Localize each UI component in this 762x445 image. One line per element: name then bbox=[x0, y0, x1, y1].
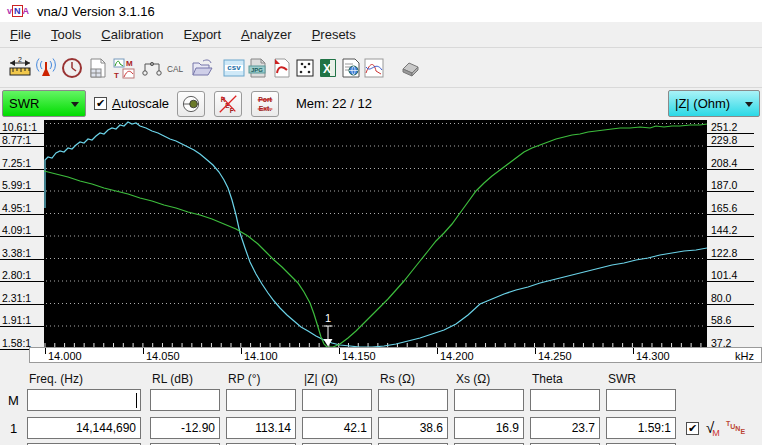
sample-points-icon[interactable] bbox=[293, 56, 317, 80]
left-axis-label: 4.09:1 bbox=[0, 224, 44, 237]
column-header: Freq. (Hz) bbox=[29, 372, 83, 386]
right-scale-value: |Z| (Ohm) bbox=[675, 96, 730, 111]
chart-plot-area[interactable]: 1 bbox=[44, 120, 707, 347]
marker-table: Freq. (Hz)RL (dB)RP (°)|Z| (Ω)Rs (Ω)Xs (… bbox=[0, 363, 762, 445]
column-header: |Z| (Ω) bbox=[304, 372, 338, 386]
x-axis-tick bbox=[633, 348, 634, 354]
x-axis-tick bbox=[535, 348, 536, 354]
export-excel-icon[interactable]: X bbox=[316, 56, 340, 80]
x-axis-tick bbox=[437, 348, 438, 354]
column-header: Xs (Ω) bbox=[456, 372, 490, 386]
left-axis-label: 2.31:1 bbox=[0, 292, 44, 305]
right-axis-label: 251.2 bbox=[707, 121, 754, 134]
export-jpg-icon[interactable]: JPG bbox=[246, 56, 270, 80]
marker-enabled-checkbox[interactable]: ✔ bbox=[686, 422, 699, 435]
frequency-range-icon[interactable]: 2 bbox=[8, 56, 32, 80]
marker-value-field: 14,144,690 bbox=[27, 417, 141, 439]
svg-text:T: T bbox=[114, 71, 119, 80]
marker-input-field[interactable] bbox=[606, 389, 676, 411]
chevron-down-icon bbox=[745, 102, 753, 111]
marker-input-field[interactable] bbox=[27, 389, 141, 411]
app-icon: vNA bbox=[7, 6, 29, 16]
port-extension-off-button[interactable]: PortExt. bbox=[251, 91, 279, 117]
marker-label: 1 bbox=[325, 312, 331, 324]
smith-chart-button[interactable] bbox=[177, 91, 205, 117]
marker-value-field: 113.14 bbox=[226, 417, 296, 439]
marker-input-field[interactable] bbox=[150, 389, 220, 411]
x-axis-tick bbox=[143, 348, 144, 354]
left-scale-select[interactable]: SWR bbox=[2, 90, 86, 117]
marker-value-field: 16.9 bbox=[454, 417, 524, 439]
left-axis-label: 3.38:1 bbox=[0, 247, 44, 260]
svg-text:X: X bbox=[323, 62, 331, 76]
left-axis-label: 7.25:1 bbox=[0, 157, 44, 170]
menu-item-presets[interactable]: Presets bbox=[302, 23, 366, 46]
window-title: vna/J Version 3.1.16 bbox=[37, 4, 155, 19]
marker-input-field[interactable] bbox=[530, 389, 600, 411]
schedule-clock-icon[interactable] bbox=[60, 56, 84, 80]
left-axis-label: 1.91:1 bbox=[0, 314, 44, 327]
tune-icon[interactable]: TUNE bbox=[726, 420, 745, 427]
swr-trace bbox=[44, 124, 707, 347]
title-bar: vNA vna/J Version 3.1.16 bbox=[0, 0, 762, 22]
right-axis-label: 80.0 bbox=[707, 292, 754, 305]
x-axis-unit: kHz bbox=[735, 350, 754, 362]
marker-1[interactable]: 1 bbox=[324, 312, 333, 347]
multi-tune-chart-icon[interactable]: MT bbox=[112, 56, 136, 80]
y-axis-right-z: 251.2229.8208.4187.0165.6144.2122.8101.4… bbox=[707, 120, 762, 347]
right-axis-label: 122.8 bbox=[707, 247, 754, 260]
marker-value-field: 23.7 bbox=[530, 417, 600, 439]
marker-input-field[interactable] bbox=[226, 389, 296, 411]
export-csv-icon[interactable]: csv bbox=[222, 56, 246, 80]
x-axis-tick bbox=[45, 348, 46, 354]
x-axis-strip: 14.00014.05014.10014.15014.20014.25014.3… bbox=[29, 347, 762, 363]
reference-off-button[interactable]: REF bbox=[214, 91, 242, 117]
marker-value-field: 1.59:1 bbox=[606, 417, 676, 439]
marker-input-field[interactable] bbox=[378, 389, 448, 411]
right-scale-select[interactable]: |Z| (Ohm) bbox=[668, 90, 760, 117]
toolbar: 2 MT CAL csv JPG X bbox=[0, 49, 762, 88]
calibration-icon[interactable]: CAL bbox=[163, 56, 189, 80]
svg-text:2: 2 bbox=[18, 56, 22, 63]
right-axis-label: 144.2 bbox=[707, 224, 754, 237]
right-axis-label: 187.0 bbox=[707, 179, 754, 192]
menu-item-file[interactable]: File bbox=[0, 23, 41, 46]
report-icon[interactable] bbox=[339, 56, 363, 80]
menu-item-tools[interactable]: Tools bbox=[41, 23, 91, 46]
menu-bar: FileToolsCalibrationExportAnalyzerPreset… bbox=[0, 22, 762, 48]
marker-input-field[interactable] bbox=[302, 389, 372, 411]
column-header: Rs (Ω) bbox=[380, 372, 415, 386]
x-axis-label: 14.050 bbox=[146, 350, 180, 362]
menu-item-analyzer[interactable]: Analyzer bbox=[231, 23, 302, 46]
clear-memory-icon[interactable] bbox=[398, 56, 422, 80]
chevron-down-icon bbox=[71, 102, 79, 111]
open-folder-icon[interactable] bbox=[190, 56, 214, 80]
row-label-1: 1 bbox=[10, 421, 17, 436]
right-axis-label: 165.6 bbox=[707, 202, 754, 215]
x-axis-label: 14.300 bbox=[636, 350, 670, 362]
multi-chart-icon[interactable] bbox=[362, 56, 386, 80]
left-scale-value: SWR bbox=[9, 96, 39, 111]
left-axis-label: 4.95:1 bbox=[0, 202, 44, 215]
column-header: SWR bbox=[608, 372, 636, 386]
left-axis-label: 8.77:1 bbox=[0, 134, 44, 147]
svg-text:M: M bbox=[126, 59, 133, 68]
antenna-icon[interactable] bbox=[34, 56, 58, 80]
column-header: Theta bbox=[532, 372, 563, 386]
marker-input-field[interactable] bbox=[454, 389, 524, 411]
text-caret bbox=[136, 393, 137, 408]
left-axis-label: 5.99:1 bbox=[0, 179, 44, 192]
menu-item-calibration[interactable]: Calibration bbox=[91, 23, 173, 46]
svg-text:CAL: CAL bbox=[167, 64, 184, 74]
menu-item-export[interactable]: Export bbox=[173, 23, 231, 46]
right-axis-label: 58.6 bbox=[707, 314, 754, 327]
autoscale-checkbox[interactable]: ✔ bbox=[94, 97, 107, 110]
datasheet-icon[interactable] bbox=[86, 56, 110, 80]
export-pdf-icon[interactable] bbox=[270, 56, 294, 80]
sqrt-m-icon[interactable]: √M bbox=[706, 419, 720, 438]
left-axis-label: 2.80:1 bbox=[0, 269, 44, 282]
y-axis-left-swr: 10.61:18.77:17.25:15.99:14.95:14.09:13.3… bbox=[0, 120, 44, 347]
column-header: RP (°) bbox=[228, 372, 261, 386]
chart-canvas[interactable]: 1 bbox=[44, 120, 707, 347]
two-port-icon[interactable] bbox=[140, 56, 164, 80]
